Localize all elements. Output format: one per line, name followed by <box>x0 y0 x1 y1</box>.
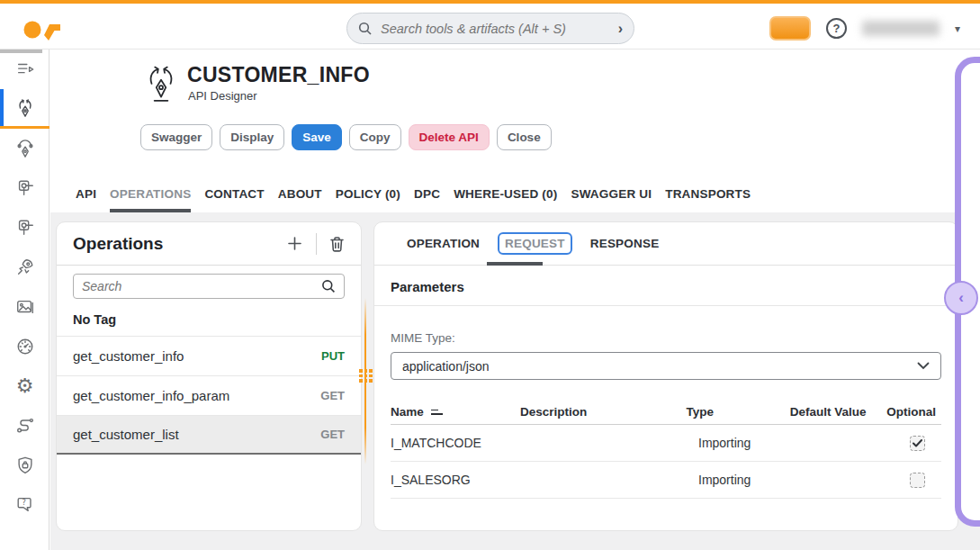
optional-checkbox-unchecked[interactable] <box>910 473 925 488</box>
divider <box>316 233 317 255</box>
sort-ascending-icon[interactable] <box>431 410 443 415</box>
chevron-left-icon: ‹ <box>958 290 964 305</box>
copy-button[interactable]: Copy <box>349 124 401 150</box>
sidebar-item-security[interactable] <box>0 446 49 485</box>
save-button[interactable]: Save <box>292 124 342 150</box>
swagger-button[interactable]: Swagger <box>140 124 212 150</box>
tab-where-used[interactable]: WHERE-USED (0) <box>454 187 557 212</box>
help-icon[interactable]: ? <box>826 18 847 39</box>
detail-tab-bar: OPERATION REQUEST RESPONSE <box>374 222 958 266</box>
column-type: Type <box>686 405 789 419</box>
column-description: Description <box>520 405 686 419</box>
close-button[interactable]: Close <box>497 124 552 150</box>
sidebar-item-deploy[interactable] <box>0 248 49 287</box>
tab-contact[interactable]: CONTACT <box>204 187 264 212</box>
mime-type-value: application/json <box>402 359 917 374</box>
operation-name: get_customer_info_param <box>73 388 320 403</box>
page-subtitle: API Designer <box>188 89 257 103</box>
gear-icon: ⚙ <box>16 376 34 396</box>
operation-detail-panel: OPERATION REQUEST RESPONSE Parameters MI… <box>373 221 958 531</box>
parameter-type: Importing <box>698 473 806 487</box>
mime-type-select[interactable]: application/json <box>391 352 941 380</box>
page-header: CUSTOMER_INFO API Designer Swagger Displ… <box>50 50 980 212</box>
panel-splitter-grip-icon[interactable] <box>359 369 372 386</box>
sidebar-item-monitor[interactable] <box>0 327 49 366</box>
operation-row-get-customer-list[interactable]: get_customer_list GET <box>57 415 361 455</box>
operation-method-badge: PUT <box>321 349 345 363</box>
sidebar-item-api-designer-alt[interactable] <box>0 129 49 168</box>
rocket-icon <box>15 257 35 277</box>
pen-tool-arc-icon <box>15 139 35 158</box>
mime-type-label: MIME Type: <box>391 331 941 345</box>
search-submit-chevron-icon[interactable]: › <box>618 21 623 37</box>
trash-icon <box>329 236 345 252</box>
main-tab-bar: API OPERATIONS CONTACT ABOUT POLICY (0) … <box>76 187 751 212</box>
operations-search[interactable] <box>73 274 345 299</box>
flow-path-icon <box>15 416 35 436</box>
optional-checkbox-checked[interactable] <box>910 436 925 451</box>
operations-panel-title: Operations <box>73 234 286 254</box>
top-bar: › ? ▾ <box>0 0 980 50</box>
sidebar-item-support[interactable]: ? <box>0 485 49 525</box>
svg-text:?: ? <box>22 498 25 507</box>
tab-operations[interactable]: OPERATIONS <box>110 187 191 212</box>
checkmark-icon <box>913 439 922 447</box>
user-menu-chevron-icon[interactable]: ▾ <box>955 23 960 35</box>
tab-request[interactable]: REQUEST <box>498 232 572 255</box>
shield-lock-icon <box>15 455 35 475</box>
tab-policy[interactable]: POLICY (0) <box>336 187 400 212</box>
column-default-value: Default Value <box>790 405 887 419</box>
operation-method-badge: GET <box>320 389 345 402</box>
list-detail-icon <box>15 59 35 79</box>
image-icon <box>15 297 35 317</box>
notification-badge[interactable] <box>769 16 811 41</box>
parameter-row-i-salesorg[interactable]: I_SALESORG Importing <box>391 462 941 499</box>
help-chat-icon: ? <box>15 495 35 515</box>
sidebar-item-api-designer[interactable] <box>0 89 49 129</box>
column-optional: Optional <box>886 405 941 419</box>
sidebar-item-media[interactable] <box>0 287 49 327</box>
operation-row-get-customer-info[interactable]: get_customer_info PUT <box>57 336 361 375</box>
tab-about[interactable]: ABOUT <box>278 187 322 212</box>
global-search-input[interactable] <box>381 22 610 36</box>
chevron-down-icon <box>917 362 930 370</box>
delete-operation-button[interactable] <box>329 236 345 252</box>
parameters-section-title: Parameters <box>374 266 958 306</box>
sidebar-item-settings[interactable]: ⚙ <box>0 366 49 406</box>
sidebar-item-flows[interactable] <box>0 406 49 446</box>
tab-response[interactable]: RESPONSE <box>590 237 660 250</box>
search-icon <box>358 22 373 36</box>
tab-transports[interactable]: TRANSPORTS <box>665 187 751 212</box>
sidebar-item-artifact-list[interactable] <box>0 50 49 89</box>
active-tab-underline <box>487 262 543 266</box>
parameter-row-i-matchcode[interactable]: I_MATCHCODE Importing <box>391 425 941 462</box>
app-window: › ? ▾ <box>0 0 980 550</box>
expand-panel-button[interactable]: ‹ <box>944 281 978 315</box>
tab-swagger-ui[interactable]: SWAGGER UI <box>571 187 652 212</box>
operation-name: get_customer_list <box>73 427 320 442</box>
tab-api[interactable]: API <box>76 187 96 212</box>
operations-panel: Operations <box>56 221 362 531</box>
parameters-table: Name Description Type Default Value Opti… <box>391 400 941 499</box>
plus-icon <box>286 235 303 252</box>
parameter-name: I_MATCHCODE <box>391 436 526 450</box>
content-area: Operations <box>50 212 980 550</box>
global-search[interactable]: › <box>346 13 634 44</box>
search-icon[interactable] <box>321 279 336 293</box>
operations-group-label: No Tag <box>57 299 361 336</box>
sidebar-item-port-2[interactable] <box>0 208 49 248</box>
brand-logo-icon[interactable] <box>23 15 67 42</box>
column-name[interactable]: Name <box>391 405 424 419</box>
tab-dpc[interactable]: DPC <box>414 187 440 212</box>
add-operation-button[interactable] <box>286 235 303 252</box>
action-button-row: Swagger Display Save Copy Delete API Clo… <box>140 124 552 150</box>
operation-row-get-customer-info-param[interactable]: get_customer_info_param GET <box>57 375 361 415</box>
port-connector-icon <box>15 218 35 238</box>
gauge-icon <box>15 337 35 356</box>
delete-api-button[interactable]: Delete API <box>409 124 490 150</box>
tab-operation[interactable]: OPERATION <box>407 237 480 250</box>
parameter-type: Importing <box>698 436 806 450</box>
display-button[interactable]: Display <box>220 124 284 150</box>
operations-search-input[interactable] <box>82 279 321 293</box>
sidebar-item-port-1[interactable] <box>0 168 49 208</box>
